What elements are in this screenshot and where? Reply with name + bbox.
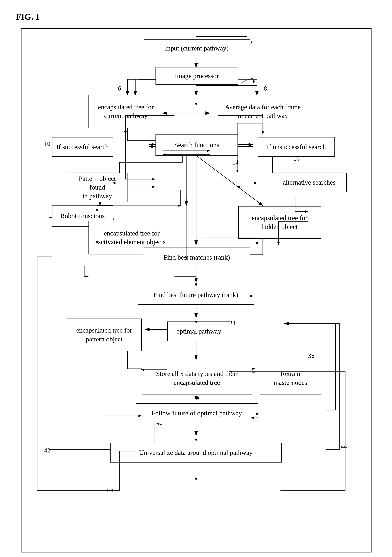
optimal-pathway-box: optimal pathway [167, 321, 230, 341]
image-processor-label: Image processor [175, 72, 219, 80]
if-successful-box: If successful search [52, 137, 113, 157]
if-successful-label: If successful search [56, 143, 109, 151]
svg-line-11 [192, 152, 263, 205]
enc-tree-pattern-box: encapsulated tree for pattern object [67, 319, 142, 351]
enc-tree-hidden-label: encapsulated tree for hidden object [252, 214, 307, 231]
ref-14: 14 [232, 159, 239, 166]
alternative-searches-box: alternative searches [272, 172, 347, 192]
ref-36: 36 [308, 352, 315, 359]
ref-44: 44 [341, 443, 347, 450]
search-functions-label: Search functions [174, 141, 219, 149]
enc-tree-current-box: encapsulated tree for current pathway [88, 95, 163, 128]
if-unsuccessful-label: If unsuccessful search [267, 143, 326, 151]
enc-tree-hidden-box: encapsulated tree for hidden object [238, 206, 321, 239]
fig-label: FIG. 1 [16, 12, 376, 22]
robot-conscious-label: Robot conscious [60, 212, 105, 220]
universalize-label: Universalize data around optimal pathway [139, 448, 253, 457]
retrain-box: Retrain masternodes [260, 362, 321, 394]
pattern-found-box: Pattern object found in pathway [67, 172, 128, 202]
if-unsuccessful-box: If unsuccessful search [258, 137, 335, 157]
follow-future-label: Follow future of optimal pathway [152, 409, 242, 418]
enc-tree-pattern-label: encapsulated tree for pattern object [76, 326, 132, 343]
find-best-future-label: Find best future pathway (rank) [153, 291, 238, 299]
enc-tree-activated-label: encapsulated tree for activated element … [98, 229, 166, 246]
universalize-box: Universalize data around optimal pathway [110, 443, 282, 463]
ref-8: 8 [264, 85, 267, 92]
store-all-label: Store all 5 data types and their encapsu… [156, 369, 238, 387]
page: FIG. 1 line, path, polyline { stroke: #0… [0, 0, 392, 557]
input-box: Input (current pathway) [144, 40, 250, 57]
input-label: Input (current pathway) [165, 44, 229, 53]
retrain-label: Retrain masternodes [274, 369, 307, 387]
ref-42: 42 [44, 447, 50, 454]
ref-10: 10 [44, 140, 50, 147]
avg-data-box: Average data for each frame in current p… [211, 95, 315, 128]
find-best-matches-box: Find best matches (rank) [144, 247, 250, 267]
alternative-searches-label: alternative searches [283, 178, 336, 187]
search-functions-box: Search functions [155, 134, 238, 156]
image-processor-box: Image processor [155, 67, 238, 85]
enc-tree-current-label: encapsulated tree for current pathway [98, 103, 154, 120]
find-best-future-box: Find best future pathway (rank) [138, 285, 254, 305]
find-best-matches-label: Find best matches (rank) [164, 253, 230, 262]
pattern-found-label: Pattern object found in pathway [70, 174, 124, 201]
store-all-box: Store all 5 data types and their encapsu… [142, 362, 252, 394]
ref-6: 6 [118, 85, 121, 92]
optimal-pathway-label: optimal pathway [176, 327, 221, 336]
avg-data-label: Average data for each frame in current p… [225, 103, 301, 120]
follow-future-box: Follow future of optimal pathway [136, 403, 258, 423]
diagram: line, path, polyline { stroke: #000; str… [21, 28, 371, 552]
